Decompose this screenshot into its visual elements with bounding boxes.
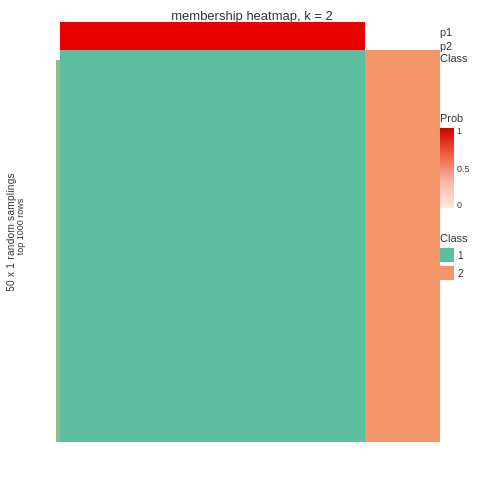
class-legend: Class 1 2 bbox=[440, 232, 500, 284]
y-axis-inner: top 1000 rows bbox=[20, 22, 60, 442]
plot-area bbox=[60, 22, 440, 442]
p1-bar bbox=[60, 22, 365, 36]
heatmap-orange bbox=[365, 60, 440, 442]
legend-area: p1 p2 Class Prob 1 0.5 0 Class 1 bbox=[440, 22, 504, 442]
heatmap-teal bbox=[60, 60, 365, 442]
p2-bar bbox=[60, 36, 365, 50]
prob-gradient-bar bbox=[440, 128, 454, 208]
legend-p1-label: p1 bbox=[440, 26, 452, 38]
class-bar-orange bbox=[365, 50, 440, 60]
class-legend-title: Class bbox=[440, 232, 500, 244]
class-legend-item-2: 2 bbox=[440, 266, 500, 280]
prob-scale-min: 0 bbox=[457, 200, 462, 210]
class-legend-item-1: 1 bbox=[440, 248, 500, 262]
chart-container: membership heatmap, k = 2 50 x 1 random … bbox=[0, 0, 504, 504]
legend-class-label: Class bbox=[440, 52, 468, 64]
class-swatch-2 bbox=[440, 266, 454, 280]
class-bar-teal bbox=[60, 50, 365, 60]
prob-scale-max: 1 bbox=[457, 126, 462, 136]
prob-legend: Prob 1 0.5 0 bbox=[440, 112, 500, 208]
class-item-label-1: 1 bbox=[458, 250, 464, 261]
class-swatch-1 bbox=[440, 248, 454, 262]
y-axis-outer-label: 50 x 1 random samplings bbox=[5, 173, 16, 292]
y-axis-inner-label: top 1000 rows bbox=[15, 199, 25, 256]
class-item-label-2: 2 bbox=[458, 268, 464, 279]
prob-scale-mid: 0.5 bbox=[457, 164, 470, 174]
heatmap-body bbox=[60, 60, 440, 442]
legend-p2-label: p2 bbox=[440, 40, 452, 52]
prob-legend-title: Prob bbox=[440, 112, 500, 124]
